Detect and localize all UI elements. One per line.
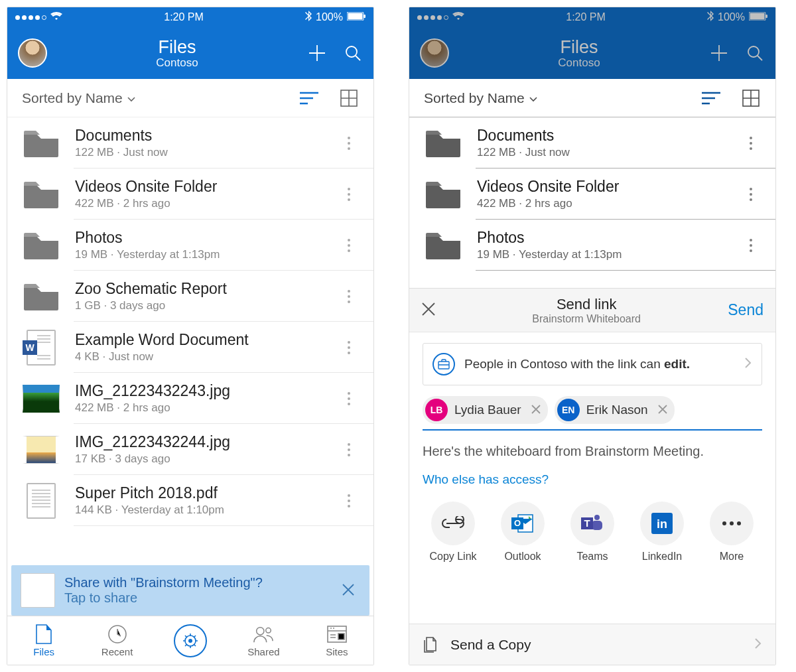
- file-row[interactable]: Example Word Document4 KB · Just now: [7, 322, 373, 373]
- sort-dropdown[interactable]: Sorted by Name: [424, 90, 538, 106]
- file-row[interactable]: IMG_21223432243.jpg422 MB · 2 hrs ago: [7, 373, 373, 424]
- folder-icon: [22, 230, 60, 261]
- tab-sites-label: Sites: [326, 646, 348, 657]
- grid-view-button[interactable]: [339, 88, 359, 108]
- avatar[interactable]: [420, 38, 449, 68]
- tab-files[interactable]: Files: [7, 616, 80, 665]
- more-button[interactable]: [339, 391, 359, 406]
- svg-point-40: [750, 137, 752, 139]
- svg-point-26: [348, 494, 350, 497]
- tab-shared[interactable]: Shared: [227, 616, 300, 665]
- sort-label-text: Sorted by Name: [22, 90, 123, 106]
- chip-name: Lydia Bauer: [454, 403, 521, 417]
- close-button[interactable]: [421, 300, 445, 321]
- search-button[interactable]: [343, 43, 363, 63]
- file-row[interactable]: Videos Onsite Folder422 MB · 2 hrs ago: [409, 168, 775, 220]
- file-row[interactable]: Photos19 MB · Yesterday at 1:13pm: [409, 220, 775, 271]
- header-subtitle: Contoso: [457, 56, 701, 70]
- svg-point-48: [750, 249, 752, 252]
- phone-files-view: 1:20 PM 100% Files Contoso Sor: [7, 7, 374, 665]
- file-row[interactable]: Zoo Schematic Report1 GB · 3 days ago: [7, 271, 373, 322]
- file-row[interactable]: IMG_21223432244.jpg17 KB · 3 days ago: [7, 424, 373, 475]
- battery-icon: [749, 11, 767, 23]
- more-button[interactable]: [741, 238, 761, 253]
- file-row[interactable]: Documents122 MB · Just now: [7, 117, 373, 168]
- share-target-linkedin[interactable]: inLinkedIn: [631, 502, 693, 563]
- recipient-chips[interactable]: LBLydia BauerENErik Nason: [423, 396, 762, 431]
- svg-point-8: [348, 188, 350, 190]
- file-name: IMG_21223432243.jpg: [75, 382, 324, 400]
- more-button[interactable]: [339, 289, 359, 304]
- more-button[interactable]: [339, 494, 359, 508]
- more-button[interactable]: [339, 136, 359, 151]
- more-button[interactable]: [339, 187, 359, 202]
- file-row[interactable]: Videos Onsite Folder422 MB · 2 hrs ago: [7, 168, 373, 220]
- more-button[interactable]: [741, 187, 761, 202]
- file-row[interactable]: Photos19 MB · Yesterday at 1:13pm: [7, 220, 373, 271]
- svg-point-7: [348, 147, 350, 150]
- chip-remove-button[interactable]: [655, 403, 668, 418]
- svg-point-6: [348, 142, 350, 145]
- share-target-link[interactable]: Copy Link: [423, 502, 484, 563]
- folder-icon: [22, 178, 60, 210]
- send-a-copy-label: Send a Copy: [450, 637, 744, 653]
- wifi-icon: [50, 11, 62, 23]
- file-name: Zoo Schematic Report: [75, 280, 324, 298]
- file-row[interactable]: Super Pitch 2018.pdf144 KB · Yesterday a…: [7, 475, 373, 526]
- more-button[interactable]: [339, 442, 359, 457]
- tab-recent[interactable]: Recent: [80, 616, 153, 665]
- share-suggestion-banner[interactable]: Share with "Brainstorm Meeting"? Tap to …: [11, 565, 369, 616]
- clock-icon: [107, 624, 128, 645]
- share-target-teams[interactable]: TTeams: [562, 502, 623, 563]
- sort-dropdown[interactable]: Sorted by Name: [22, 90, 136, 106]
- status-time: 1:20 PM: [566, 11, 606, 23]
- chevron-right-icon: [744, 357, 752, 371]
- search-button[interactable]: [745, 43, 765, 63]
- share-target-outlook[interactable]: OOutlook: [492, 502, 553, 563]
- who-has-access-link[interactable]: Who else has access?: [423, 472, 762, 487]
- folder-icon: [424, 127, 462, 159]
- sort-bar: Sorted by Name: [409, 79, 775, 117]
- banner-close-button[interactable]: [336, 580, 360, 601]
- svg-rect-36: [750, 13, 764, 20]
- file-name: Documents: [477, 127, 726, 145]
- sort-lines-button[interactable]: [299, 88, 319, 108]
- sort-lines-button[interactable]: [701, 88, 721, 108]
- message-text[interactable]: Here's the whiteboard from Brainstorm Me…: [423, 442, 762, 460]
- recipient-chip[interactable]: ENErik Nason: [555, 396, 675, 424]
- tab-bar: Files Recent Shared Sites: [7, 616, 373, 665]
- add-button[interactable]: [307, 43, 327, 63]
- chevron-down-icon: [127, 90, 136, 106]
- more-button[interactable]: [339, 340, 359, 355]
- grid-view-button[interactable]: [741, 88, 761, 108]
- svg-point-23: [348, 443, 350, 446]
- avatar[interactable]: [18, 38, 47, 68]
- tab-sites[interactable]: Sites: [300, 616, 373, 665]
- svg-point-15: [348, 295, 350, 298]
- svg-point-59: [722, 521, 726, 525]
- file-meta: 122 MB · Just now: [477, 146, 726, 159]
- chip-remove-button[interactable]: [528, 403, 541, 418]
- app-header: Files Contoso: [7, 27, 373, 79]
- recipient-chip[interactable]: LBLydia Bauer: [423, 396, 548, 424]
- svg-point-13: [348, 249, 350, 252]
- sort-label-text: Sorted by Name: [424, 90, 525, 106]
- svg-point-14: [348, 290, 350, 293]
- file-icon: [33, 624, 54, 645]
- more-button[interactable]: [741, 136, 761, 151]
- status-bar: 1:20 PM 100%: [409, 7, 775, 27]
- more-button[interactable]: [339, 238, 359, 253]
- tab-scan[interactable]: [154, 616, 227, 665]
- svg-point-32: [257, 628, 264, 635]
- permission-row[interactable]: People in Contoso with the link can edit…: [423, 343, 762, 385]
- permission-text: People in Contoso with the link can edit…: [464, 357, 735, 371]
- share-target-dots[interactable]: More: [701, 502, 762, 563]
- add-button[interactable]: [709, 43, 729, 63]
- svg-rect-2: [364, 15, 365, 18]
- file-row[interactable]: Documents122 MB · Just now: [409, 117, 775, 168]
- send-button[interactable]: Send: [728, 301, 763, 319]
- svg-point-22: [348, 403, 350, 405]
- send-a-copy-row[interactable]: Send a Copy: [409, 624, 775, 665]
- file-name: Photos: [75, 229, 324, 247]
- file-name: Videos Onsite Folder: [477, 178, 726, 196]
